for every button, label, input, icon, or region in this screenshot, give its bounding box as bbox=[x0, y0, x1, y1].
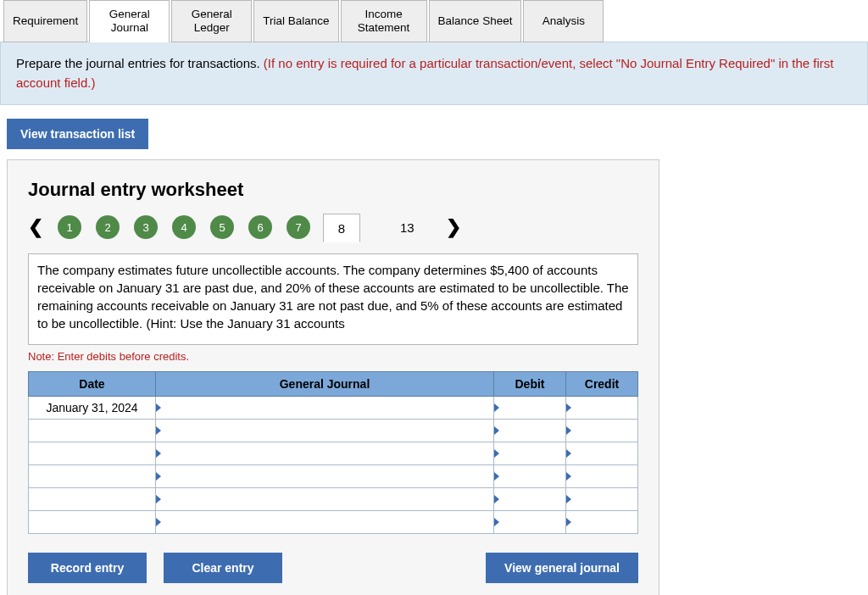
debits-before-credits-note: Note: Enter debits before credits. bbox=[28, 350, 638, 363]
cell-date[interactable] bbox=[29, 465, 156, 488]
instruction-banner: Prepare the journal entries for transact… bbox=[0, 42, 868, 105]
cell-date[interactable] bbox=[29, 511, 156, 534]
tab-income-statement[interactable]: Income Statement bbox=[341, 0, 427, 42]
cell-credit[interactable] bbox=[566, 465, 638, 488]
tab-trial-balance[interactable]: Trial Balance bbox=[253, 0, 338, 42]
cell-account[interactable] bbox=[156, 511, 494, 534]
journal-entry-table: Date General Journal Debit Credit Januar… bbox=[28, 371, 638, 534]
cell-credit[interactable] bbox=[566, 397, 638, 420]
top-tabs: Requirement General Journal General Ledg… bbox=[0, 0, 868, 42]
cell-credit[interactable] bbox=[566, 488, 638, 511]
cell-account[interactable] bbox=[156, 488, 494, 511]
cell-account[interactable] bbox=[156, 397, 494, 420]
step-3[interactable]: 3 bbox=[134, 215, 158, 239]
chevron-right-icon[interactable]: ❯ bbox=[432, 216, 461, 238]
cell-credit[interactable] bbox=[566, 442, 638, 465]
col-debit: Debit bbox=[494, 372, 566, 397]
step-2[interactable]: 2 bbox=[96, 215, 120, 239]
view-general-journal-button[interactable]: View general journal bbox=[486, 553, 638, 583]
cell-credit[interactable] bbox=[566, 511, 638, 534]
instruction-text: Prepare the journal entries for transact… bbox=[16, 56, 264, 70]
col-general-journal: General Journal bbox=[156, 372, 494, 397]
journal-entry-worksheet: Journal entry worksheet ❮ 1 2 3 4 5 6 7 … bbox=[7, 159, 659, 595]
cell-date[interactable] bbox=[29, 442, 156, 465]
view-transaction-list-button[interactable]: View transaction list bbox=[7, 119, 148, 149]
tab-balance-sheet[interactable]: Balance Sheet bbox=[429, 0, 522, 42]
table-row: January 31, 2024 bbox=[29, 397, 638, 420]
spacer bbox=[299, 553, 469, 583]
cell-date[interactable] bbox=[29, 488, 156, 511]
cell-debit[interactable] bbox=[494, 488, 566, 511]
table-row bbox=[29, 420, 638, 442]
cell-date[interactable] bbox=[29, 420, 156, 442]
cell-debit[interactable] bbox=[494, 442, 566, 465]
entry-stepper: ❮ 1 2 3 4 5 6 7 8 13 ❯ bbox=[28, 213, 638, 242]
transaction-description: The company estimates future uncollectib… bbox=[28, 253, 638, 345]
cell-debit[interactable] bbox=[494, 465, 566, 488]
record-entry-button[interactable]: Record entry bbox=[28, 553, 147, 583]
worksheet-title: Journal entry worksheet bbox=[28, 179, 638, 201]
cell-debit[interactable] bbox=[494, 397, 566, 420]
tab-general-ledger[interactable]: General Ledger bbox=[171, 0, 252, 42]
cell-account[interactable] bbox=[156, 442, 494, 465]
step-4[interactable]: 4 bbox=[172, 215, 196, 239]
clear-entry-button[interactable]: Clear entry bbox=[164, 553, 282, 583]
tab-general-journal[interactable]: General Journal bbox=[89, 0, 170, 42]
cell-account[interactable] bbox=[156, 420, 494, 442]
cell-debit[interactable] bbox=[494, 511, 566, 534]
col-date: Date bbox=[29, 372, 156, 397]
step-total: 13 bbox=[400, 220, 415, 235]
chevron-left-icon[interactable]: ❮ bbox=[28, 216, 50, 238]
table-row bbox=[29, 511, 638, 534]
step-1[interactable]: 1 bbox=[58, 215, 81, 239]
journal-entry-rows: January 31, 2024 bbox=[29, 397, 638, 534]
tab-analysis[interactable]: Analysis bbox=[523, 0, 604, 42]
cell-account[interactable] bbox=[156, 465, 494, 488]
step-6[interactable]: 6 bbox=[248, 215, 272, 239]
tab-label: General Journal bbox=[100, 8, 159, 35]
step-5[interactable]: 5 bbox=[210, 215, 234, 239]
cell-credit[interactable] bbox=[566, 420, 638, 442]
table-row bbox=[29, 488, 638, 511]
worksheet-button-bar: Record entry Clear entry View general jo… bbox=[28, 553, 638, 583]
col-credit: Credit bbox=[566, 372, 638, 397]
tab-requirement[interactable]: Requirement bbox=[3, 0, 87, 42]
table-row bbox=[29, 465, 638, 488]
cell-debit[interactable] bbox=[494, 420, 566, 442]
tab-label: Income Statement bbox=[350, 8, 418, 35]
table-row bbox=[29, 442, 638, 465]
cell-date[interactable]: January 31, 2024 bbox=[29, 397, 156, 420]
step-7[interactable]: 7 bbox=[287, 215, 310, 239]
step-current[interactable]: 8 bbox=[323, 214, 360, 242]
tab-label: General Ledger bbox=[182, 8, 242, 35]
